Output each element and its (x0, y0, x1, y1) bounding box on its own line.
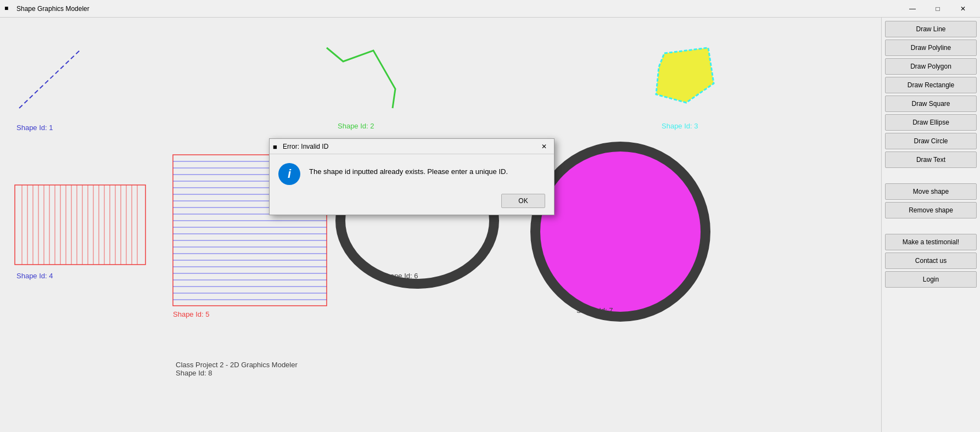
move-shape-button[interactable]: Move shape (885, 183, 977, 200)
dialog-titlebar: ■ Error: Invalid ID ✕ (270, 139, 554, 154)
draw-square-button[interactable]: Draw Square (885, 96, 977, 112)
login-button[interactable]: Login (885, 271, 977, 288)
dialog-ok-button[interactable]: OK (501, 194, 545, 208)
app-title: Shape Graphics Modeler (16, 5, 900, 13)
draw-line-button[interactable]: Draw Line (885, 21, 977, 37)
sidebar-spacer2 (885, 221, 977, 232)
dialog-icon: ■ (273, 143, 281, 150)
draw-polyline-button[interactable]: Draw Polyline (885, 40, 977, 56)
remove-shape-button[interactable]: Remove shape (885, 202, 977, 218)
draw-polygon-button[interactable]: Draw Polygon (885, 58, 977, 75)
dialog-body: i The shape id inputted already exists. … (270, 154, 554, 189)
app-icon: ■ (4, 4, 13, 13)
title-bar-controls: — □ ✕ (900, 0, 976, 18)
minimize-button[interactable]: — (900, 0, 925, 18)
title-bar: ■ Shape Graphics Modeler — □ ✕ (0, 0, 980, 18)
dialog-close-button[interactable]: ✕ (537, 141, 551, 153)
main-container: Shape Id: 1 Shape Id: 2 Shape Id: 3 Shap… (0, 18, 980, 432)
sidebar-spacer (885, 170, 977, 181)
maximize-button[interactable]: □ (925, 0, 950, 18)
canvas-area[interactable]: Shape Id: 1 Shape Id: 2 Shape Id: 3 Shap… (0, 18, 881, 432)
dialog-message: The shape id inputted already exists. Pl… (309, 163, 545, 176)
dialog-footer: OK (270, 189, 554, 215)
draw-ellipse-button[interactable]: Draw Ellipse (885, 114, 977, 131)
dialog-info-icon: i (278, 163, 300, 185)
dialog-overlay: ■ Error: Invalid ID ✕ i The shape id inp… (0, 18, 881, 432)
error-dialog: ■ Error: Invalid ID ✕ i The shape id inp… (269, 138, 555, 215)
close-button[interactable]: ✕ (950, 0, 976, 18)
draw-circle-button[interactable]: Draw Circle (885, 133, 977, 149)
dialog-title: Error: Invalid ID (283, 143, 535, 150)
contact-us-button[interactable]: Contact us (885, 253, 977, 269)
draw-text-button[interactable]: Draw Text (885, 152, 977, 168)
make-testimonial-button[interactable]: Make a testimonial! (885, 234, 977, 250)
sidebar: Draw Line Draw Polyline Draw Polygon Dra… (881, 18, 980, 432)
draw-rectangle-button[interactable]: Draw Rectangle (885, 77, 977, 93)
